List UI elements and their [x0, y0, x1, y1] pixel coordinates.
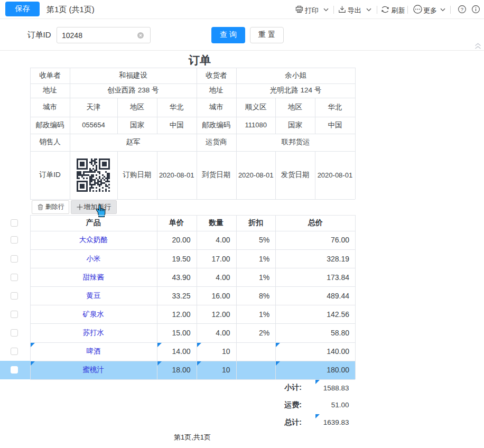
svg-text:?: ?	[461, 6, 463, 12]
